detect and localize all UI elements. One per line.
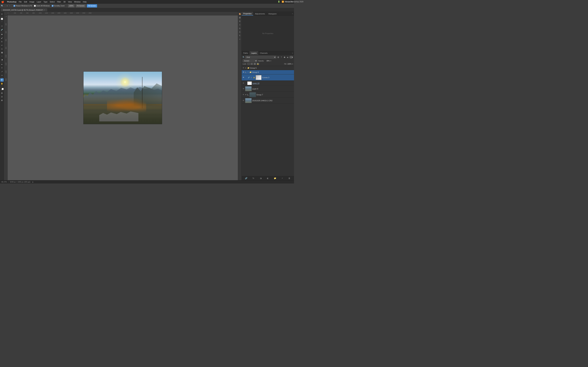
new-layer-icon[interactable]: + (281, 177, 284, 180)
opacity-arrow[interactable]: ▾ (270, 60, 271, 62)
layers-expand-icon[interactable]: ≡ (291, 52, 294, 54)
blur-tool[interactable]: ○ (0, 54, 4, 58)
menu-image[interactable]: Image (29, 1, 35, 3)
character-icon[interactable]: A (238, 31, 241, 33)
panel-expand-icon[interactable]: ≡ (291, 13, 294, 15)
menu-select[interactable]: Select (50, 1, 55, 3)
tab-channels[interactable]: Channels (258, 51, 269, 55)
fit-screen-button[interactable]: Fit Screen (76, 4, 86, 8)
resize-windows-label[interactable]: Resize Windows to Fit (13, 5, 32, 7)
menu-3d[interactable]: 3D (63, 1, 66, 3)
info-icon[interactable]: ℹ (238, 23, 241, 26)
zoom-out-icon[interactable]: − (9, 5, 10, 7)
curves-mask-icon[interactable]: ⊡ (250, 76, 252, 79)
document-tab[interactable]: 20161029_144720-2.psd @ 48,7% (Group 8, … (1, 8, 47, 11)
fill-arrow[interactable]: ▾ (292, 63, 293, 65)
hand-tool[interactable]: ✋ (0, 82, 4, 85)
layer-item[interactable]: 👁 ▶ Group 7 (242, 92, 294, 98)
add-style-icon[interactable]: fx (252, 177, 255, 180)
lock-artboard-icon[interactable]: ⊞ (253, 63, 256, 65)
info-arrow[interactable]: ▶ (32, 181, 34, 183)
layer-item[interactable]: 👁 Layer 9 (242, 86, 294, 92)
filter-smart-icon[interactable]: ◉ (286, 56, 289, 58)
zoom-value-button[interactable]: 100% (68, 4, 75, 8)
type-tool[interactable]: T (0, 66, 4, 70)
crop-tool[interactable]: ⬡ (0, 25, 4, 28)
properties-icon[interactable]: 🎨 (238, 12, 241, 15)
menu-filter[interactable]: Filter (57, 1, 61, 3)
glyphs-icon[interactable]: A (238, 38, 241, 41)
fill-value[interactable]: 100% (287, 63, 292, 65)
new-fill-icon[interactable]: ◐ (266, 177, 269, 180)
scrubby-zoom-checkbox[interactable] (52, 5, 53, 7)
extra-tool-3[interactable]: ⊠ (0, 99, 4, 102)
path-tool[interactable]: ↗ (0, 70, 4, 73)
expand-chevron[interactable]: ▶ (245, 67, 247, 69)
layer-item[interactable]: 👁 ▶ 📁 Group 5 (242, 66, 294, 70)
apple-logo[interactable]: 🍎 (1, 0, 4, 3)
visibility-eye[interactable]: 👁 (242, 100, 245, 102)
marquee-tool[interactable]: ⬜ (0, 17, 4, 20)
opacity-value[interactable]: 39% (265, 60, 270, 62)
shape-tool[interactable]: ▭ (0, 74, 4, 77)
delete-layer-icon[interactable]: 🗑 (288, 177, 291, 180)
healing-tool[interactable]: ✚ (0, 33, 4, 36)
zoom-tool[interactable]: 🔍 (0, 78, 4, 82)
lock-position-icon[interactable]: ↔ (250, 63, 253, 65)
menu-type[interactable]: Type (43, 1, 47, 3)
lock-pixels-icon[interactable]: ⬛ (247, 63, 250, 65)
visibility-eye[interactable]: 👁 (242, 71, 245, 73)
paragraph-icon[interactable]: ¶ (238, 34, 241, 37)
scrubby-zoom-label[interactable]: Scrubby Zoom (52, 5, 65, 7)
new-group-icon[interactable]: 📁 (274, 177, 277, 180)
expand-chevron[interactable]: ▼ (247, 71, 249, 73)
tab-layers[interactable]: Layers (250, 51, 258, 55)
pen-tool[interactable]: ✒ (0, 63, 4, 66)
visibility-eye[interactable]: 👁 (242, 88, 245, 90)
dodge-tool[interactable]: ◑ (0, 58, 4, 61)
close-tab-icon[interactable]: ✕ (44, 9, 45, 11)
filter-shape-icon[interactable]: ⬟ (283, 56, 286, 58)
fill-screen-button[interactable]: Fill Screen (87, 4, 97, 8)
gradient-tool[interactable]: ▦ (0, 51, 4, 54)
lock-all-icon[interactable]: 🔒 (257, 63, 259, 65)
histogram-icon[interactable]: ⚙ (238, 20, 241, 23)
visibility-eye[interactable]: 👁 (242, 93, 245, 96)
expand-chevron[interactable]: ▶ (245, 94, 247, 96)
tab-histogram[interactable]: Histogram (267, 12, 278, 16)
add-mask-icon[interactable]: ◑ (259, 177, 262, 180)
adjustments-icon[interactable]: 🖼 (238, 16, 241, 19)
lasso-tool[interactable]: ⌒ (0, 21, 4, 24)
zoom-level[interactable]: 48,72% (1, 181, 7, 183)
menu-photoshop[interactable]: Photoshop (7, 1, 17, 3)
menu-window[interactable]: Window (74, 1, 81, 3)
layer-filter-select[interactable]: Kind (245, 56, 276, 59)
menu-edit[interactable]: Edit (24, 1, 27, 3)
blend-mode-select[interactable]: Screen (243, 59, 257, 62)
curves-clip-icon[interactable]: 🔒 (253, 76, 255, 79)
resize-windows-checkbox[interactable] (13, 5, 15, 7)
visibility-eye[interactable]: 👁 (242, 82, 245, 84)
zoom-all-checkbox[interactable] (34, 5, 36, 7)
extra-tool-2[interactable]: ⊡ (0, 95, 4, 98)
eraser-tool[interactable]: ◻ (0, 47, 4, 50)
extra-tool-1[interactable]: ⊞ (0, 92, 4, 95)
curves-chain-icon[interactable]: 🔗 (248, 76, 250, 79)
fx-icon[interactable]: fx (238, 27, 241, 30)
layer-item[interactable]: 👁 🔗 ⊡ 🔒 Curves 3 (242, 74, 294, 81)
move-tool[interactable]: ✛ (0, 12, 4, 16)
link-layers-icon[interactable]: 🔗 (245, 177, 248, 180)
layer-item[interactable]: 👁 20161029.144615-2.CR2 (242, 98, 294, 104)
layer-item[interactable]: 👁 ▼ 📁 Group 8 (242, 70, 294, 74)
layer-item[interactable]: 👁 Layer 10 (242, 81, 294, 86)
zoom-all-label[interactable]: Zoom All Windows (34, 5, 50, 7)
brush-tool[interactable]: 🖌 (0, 36, 4, 40)
foreground-color[interactable] (0, 87, 4, 90)
history-brush-tool[interactable]: ↩ (0, 44, 4, 47)
clone-tool[interactable]: ⎘ (0, 40, 4, 43)
menu-help[interactable]: Help (83, 1, 87, 3)
menu-layer[interactable]: Layer (37, 1, 41, 3)
tab-adjustments[interactable]: Adjustments (253, 12, 267, 16)
tab-paths[interactable]: Paths (242, 51, 250, 55)
menu-file[interactable]: File (19, 1, 22, 3)
